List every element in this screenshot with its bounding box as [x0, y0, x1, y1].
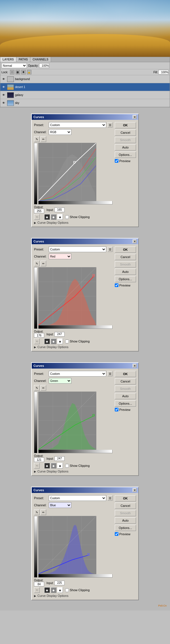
channel-select-rgb[interactable]: RGB	[49, 129, 71, 135]
output-value-rgb[interactable]	[34, 209, 44, 213]
hand-tool-blue[interactable]: ☜	[34, 587, 40, 593]
tab-paths[interactable]: PATHS	[16, 57, 30, 62]
lock-all-btn[interactable]: 🔒	[27, 70, 31, 74]
gray-point-eyedropper-green[interactable]: ◆	[51, 463, 56, 469]
auto-btn-rgb[interactable]: Auto	[115, 144, 136, 150]
gray-point-eyedropper-blue[interactable]: ◆	[51, 587, 56, 593]
layer-item-background[interactable]: 👁 background	[0, 75, 170, 83]
layer-item-galaxy[interactable]: 👁 galaxy	[0, 91, 170, 99]
smooth-btn-red[interactable]: Smooth	[115, 261, 136, 267]
white-point-eyedropper-blue[interactable]: ◆	[57, 587, 63, 593]
preset-menu-btn-green[interactable]: ☰	[107, 371, 112, 376]
show-clipping-checkbox-rgb[interactable]	[65, 215, 69, 219]
hand-tool-green[interactable]: ☜	[34, 463, 40, 469]
layer-item-sky[interactable]: 👁 sky	[0, 99, 170, 107]
eye-icon-background[interactable]: 👁	[1, 77, 6, 81]
show-clipping-checkbox-blue[interactable]	[65, 588, 69, 592]
channel-select-red[interactable]: Red	[49, 254, 71, 259]
pencil-btn-rgb[interactable]: ✏	[41, 136, 46, 142]
layer-item-desert[interactable]: 👁 desert 1	[0, 83, 170, 91]
preview-checkbox-green[interactable]	[115, 408, 118, 411]
curve-canvas-green[interactable]	[38, 392, 96, 450]
output-value-red[interactable]	[34, 333, 44, 338]
pencil-btn-red[interactable]: ✏	[41, 261, 46, 266]
preview-checkbox-blue[interactable]	[115, 532, 118, 536]
pencil-btn-blue[interactable]: ✏	[41, 509, 46, 515]
auto-btn-green[interactable]: Auto	[115, 393, 136, 399]
preset-select-blue[interactable]: Custom	[49, 495, 106, 501]
output-value-green[interactable]	[34, 457, 44, 462]
show-clipping-checkbox-green[interactable]	[65, 464, 69, 468]
input-value-blue[interactable]	[54, 581, 65, 585]
draw-curve-btn-green[interactable]: ✎	[34, 385, 40, 391]
black-point-eyedropper-rgb[interactable]: ◆	[44, 214, 50, 220]
channel-select-blue[interactable]: Blue	[49, 502, 71, 508]
options-btn-rgb[interactable]: Options...	[115, 152, 136, 158]
curve-canvas-blue[interactable]	[38, 516, 96, 574]
auto-btn-red[interactable]: Auto	[115, 269, 136, 275]
curve-display-options-rgb[interactable]: ▶ Curve Display Options	[34, 221, 112, 224]
preset-menu-btn-rgb[interactable]: ☰	[107, 122, 112, 127]
white-point-eyedropper-green[interactable]: ◆	[57, 463, 63, 469]
cancel-btn-blue[interactable]: Cancel	[115, 503, 136, 509]
lock-transparent-btn[interactable]: □	[10, 70, 14, 74]
lock-paint-btn[interactable]: ▦	[16, 70, 20, 74]
auto-btn-blue[interactable]: Auto	[115, 517, 136, 524]
output-value-blue[interactable]	[34, 582, 44, 586]
preset-select-rgb[interactable]: Custom	[49, 122, 106, 128]
black-point-eyedropper-red[interactable]: ◆	[44, 338, 50, 344]
smooth-btn-green[interactable]: Smooth	[115, 386, 136, 392]
preview-checkbox-red[interactable]	[115, 283, 118, 287]
input-value-red[interactable]	[54, 332, 65, 336]
blend-mode-select[interactable]: Normal	[1, 63, 27, 68]
ok-btn-green[interactable]: OK	[115, 371, 136, 377]
close-btn-green[interactable]: ✕	[133, 364, 137, 368]
smooth-btn-blue[interactable]: Smooth	[115, 510, 136, 516]
curve-canvas-rgb[interactable]	[38, 143, 96, 201]
close-btn-red[interactable]: ✕	[133, 239, 137, 243]
preset-menu-btn-red[interactable]: ☰	[107, 247, 112, 252]
preview-checkbox-rgb[interactable]	[115, 159, 118, 163]
draw-curve-btn-rgb[interactable]: ✎	[34, 136, 40, 142]
close-btn-rgb[interactable]: ✕	[133, 115, 137, 119]
hand-tool-rgb[interactable]: ☜	[34, 214, 40, 220]
curve-display-options-blue[interactable]: ▶ Curve Display Options	[34, 594, 112, 597]
preset-select-green[interactable]: Custom	[49, 371, 106, 377]
curve-display-options-red[interactable]: ▶ Curve Display Options	[34, 345, 112, 349]
options-btn-green[interactable]: Options...	[115, 400, 136, 407]
fill-input[interactable]	[158, 70, 169, 74]
gray-point-eyedropper-rgb[interactable]: ◆	[51, 214, 56, 220]
white-point-eyedropper-red[interactable]: ◆	[57, 338, 63, 344]
opacity-input[interactable]	[39, 63, 49, 68]
hand-tool-red[interactable]: ☜	[34, 338, 40, 344]
gray-point-eyedropper-red[interactable]: ◆	[51, 338, 56, 344]
preset-menu-btn-blue[interactable]: ☰	[107, 495, 112, 501]
preset-select-red[interactable]: Custom	[49, 246, 106, 252]
eye-icon-desert[interactable]: 👁	[1, 85, 6, 89]
pencil-btn-green[interactable]: ✏	[41, 385, 46, 391]
options-btn-blue[interactable]: Options...	[115, 525, 136, 531]
white-point-eyedropper-rgb[interactable]: ◆	[57, 214, 63, 220]
eye-icon-sky[interactable]: 👁	[1, 101, 6, 105]
draw-curve-btn-red[interactable]: ✎	[34, 261, 40, 266]
options-btn-red[interactable]: Options...	[115, 276, 136, 282]
cancel-btn-green[interactable]: Cancel	[115, 378, 136, 384]
black-point-eyedropper-green[interactable]: ◆	[44, 463, 50, 469]
close-btn-blue[interactable]: ✕	[133, 488, 137, 492]
cancel-btn-red[interactable]: Cancel	[115, 254, 136, 260]
curve-canvas-red[interactable]	[38, 267, 96, 325]
tab-layers[interactable]: LAYERS	[0, 57, 16, 62]
ok-btn-rgb[interactable]: OK	[115, 122, 136, 128]
ok-btn-red[interactable]: OK	[115, 246, 136, 253]
channel-select-green[interactable]: Green	[49, 378, 71, 384]
cancel-btn-rgb[interactable]: Cancel	[115, 129, 136, 136]
ok-btn-blue[interactable]: OK	[115, 495, 136, 501]
black-point-eyedropper-blue[interactable]: ◆	[44, 587, 50, 593]
smooth-btn-rgb[interactable]: Smooth	[115, 137, 136, 143]
input-value-green[interactable]	[54, 456, 65, 461]
lock-move-btn[interactable]: ✚	[21, 70, 26, 74]
curve-display-options-green[interactable]: ▶ Curve Display Options	[34, 470, 112, 473]
tab-channels[interactable]: CHANNELS	[30, 57, 51, 62]
eye-icon-galaxy[interactable]: 👁	[1, 93, 6, 97]
input-value-rgb[interactable]	[54, 208, 65, 212]
